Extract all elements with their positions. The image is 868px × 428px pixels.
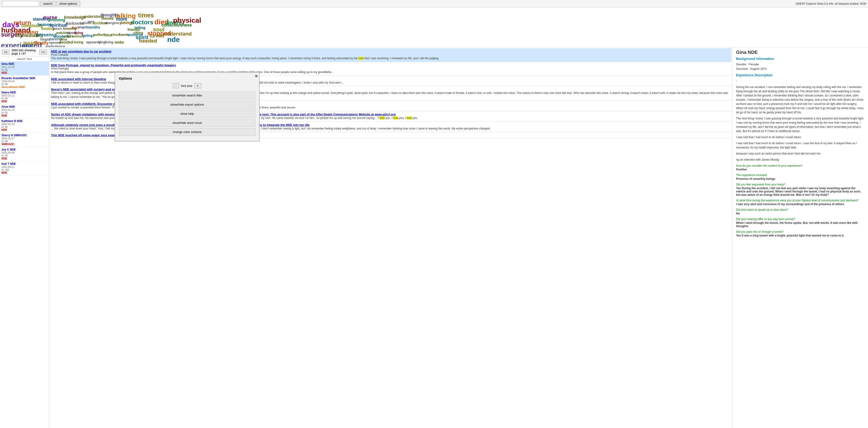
word-cloud-word[interactable]: loving	[74, 40, 83, 44]
font-decrease-button[interactable]: -	[173, 83, 179, 88]
entry-title[interactable]: NDE from Portugal, shared by grandson. P…	[51, 63, 730, 67]
word-cloud-word[interactable]: standing	[33, 17, 50, 22]
qa-answer: When I went through the tunnel, the form…	[736, 221, 864, 228]
word-cloud-word[interactable]: filled	[104, 33, 112, 37]
item-name: Kathleen B NDE	[1, 119, 48, 123]
result-item[interactable]: Gail T NDE 2001-09-11 id: 100 NDE	[0, 161, 49, 176]
word-cloud-word[interactable]: decided	[59, 40, 73, 45]
result-item[interactable]: Ricardo Grandfather NDE 1999-03-25 id: 8…	[0, 76, 49, 90]
exp-paragraph: The next thing I knew, I was passing thr…	[736, 116, 864, 133]
word-cloud-word[interactable]: hurt	[72, 26, 79, 29]
word-cloud-word[interactable]: times	[138, 12, 154, 19]
word-cloud-word[interactable]: knowledge	[64, 15, 86, 20]
word-cloud-word[interactable]: living	[105, 40, 114, 44]
search-filter-button[interactable]: show/hide search filter	[119, 91, 255, 99]
item-name: Gail T NDE	[1, 162, 48, 166]
item-name: Joy C NDE	[1, 148, 48, 151]
occurred-field: Occured: August 1971	[736, 67, 864, 70]
item-type: NDE	[1, 71, 48, 75]
font-increase-button[interactable]: +	[194, 83, 201, 88]
item-date: 2002-01-27	[1, 137, 48, 140]
entry-title[interactable]: NDE at age seventeen due to car accident	[51, 50, 730, 53]
info-text: NDERF Explorer Beta 0.5 Info: all datase…	[796, 2, 866, 5]
word-cloud-word[interactable]: emergency	[104, 21, 121, 25]
qa-question: At what time during the experience were …	[736, 199, 864, 202]
item-date: 2011-12-09	[1, 65, 48, 68]
center-entry[interactable]: NDE at age seventeen due to car accident…	[50, 48, 731, 62]
item-date: 2002-02-10	[1, 123, 48, 125]
nde-title: Gina NDE	[736, 50, 864, 55]
word-cloud-word[interactable]: jesus	[23, 44, 33, 47]
entry-origin: From Canada	[51, 53, 730, 56]
word-cloud-word[interactable]: moving	[50, 18, 65, 23]
gender-label: Gender:	[736, 62, 747, 66]
item-id: id: 96	[1, 125, 48, 128]
word-cloud-word[interactable]: ambulance	[45, 45, 65, 47]
qa-answer: Presence of unearthly beings	[736, 177, 864, 180]
word-cloud-toggle-button[interactable]: show/hide word cloud	[119, 119, 255, 127]
result-item[interactable]: Kathleen B NDE 2002-02-10 id: 96 NDE	[0, 118, 49, 133]
item-id: id: 85	[1, 68, 48, 71]
result-item[interactable]: Sherry H SMR/ADC 2002-01-27 id: 98 SMR/A…	[0, 133, 49, 147]
search-button[interactable]: search	[40, 1, 56, 6]
pagination-info: 1652 hits showing page 1 / 67	[11, 49, 37, 55]
results-list: Gina NDE 2011-12-09 id: 85 NDE Ricardo G…	[0, 61, 49, 428]
item-date: 2001-09-11	[1, 166, 48, 168]
show-options-button[interactable]: show options	[56, 1, 80, 6]
word-cloud-word[interactable]: physical	[173, 17, 201, 24]
item-name: Anne NDE	[1, 105, 48, 108]
item-id: id: 89	[1, 97, 48, 100]
help-button[interactable]: show help	[119, 110, 255, 117]
word-cloud-word[interactable]: understood	[83, 15, 104, 19]
result-item[interactable]: Joy C NDE 2001-09-08 id: 99 NDE	[0, 147, 49, 161]
item-type: NDE	[1, 171, 48, 174]
search-input[interactable]: Love	[2, 1, 39, 6]
word-cloud-word[interactable]: floating	[41, 27, 55, 31]
bg-section-title: Background Information	[736, 57, 864, 61]
item-date: 1999-03-25	[1, 80, 48, 83]
gender-field: Gender: Female	[736, 62, 864, 66]
result-item[interactable]: Anne NDE 2002-01-12 id: 93 NDE	[0, 104, 49, 118]
item-id: id: 98	[1, 140, 48, 143]
word-cloud-word[interactable]: angel	[78, 25, 87, 29]
word-cloud-word[interactable]: chest	[111, 33, 120, 36]
item-id: id: 99	[1, 154, 48, 157]
item-type: NDE	[1, 114, 48, 117]
qa-question: Did you pass into or through a tunnel?	[736, 230, 864, 233]
entry-text: The next thing I knew, I was passing thr…	[51, 56, 730, 60]
word-cloud-word[interactable]: lying	[98, 40, 105, 44]
word-cloud-word[interactable]: walked	[94, 33, 104, 36]
next-page-button[interactable]: >>	[39, 50, 47, 55]
export-options-button[interactable]: show/hide export options	[119, 101, 255, 108]
item-name: Gina NDE	[1, 62, 48, 65]
result-item[interactable]: Gina NDE 2011-12-09 id: 85 NDE	[0, 61, 49, 76]
item-type: Secondhand NDE	[1, 85, 48, 89]
word-cloud-word[interactable]: moved	[101, 17, 114, 21]
options-close-button[interactable]: ✕	[255, 74, 258, 79]
word-cloud: talkingtimesthoughtsnursedaysreturnstand…	[0, 7, 868, 47]
qa-question: Did your hearing differ in any way from …	[736, 218, 864, 221]
word-cloud-word[interactable]: doctors	[131, 19, 153, 26]
item-type: NDE	[1, 100, 48, 103]
item-name: Debra NDE	[1, 91, 48, 94]
word-cloud-word[interactable]: feelings	[82, 34, 94, 37]
word-cloud-word[interactable]: months	[87, 25, 100, 29]
word-cloud-word[interactable]: woke	[115, 40, 124, 45]
word-cloud-word[interactable]: needed	[139, 38, 157, 44]
word-cloud-word[interactable]: nde	[167, 36, 180, 44]
word-cloud-word[interactable]: hours	[53, 27, 62, 30]
qa-question: How do you consider the content of your …	[736, 164, 864, 167]
occurred-label: Occured:	[736, 67, 748, 70]
occurred-value: August 1971	[750, 67, 767, 70]
color-scheme-button[interactable]: change color scheme	[119, 128, 255, 136]
pagination-row: << 1652 hits showing page 1 / 67 >>	[0, 47, 49, 57]
word-cloud-word[interactable]: beings	[120, 20, 134, 25]
prev-page-button[interactable]: <<	[2, 50, 9, 55]
item-type: SMR/ADC	[1, 143, 48, 146]
item-date: 2002-01-12	[1, 108, 48, 111]
result-item[interactable]: Debra NDE 2002-01-12 id: 89 NDE	[0, 90, 49, 104]
search-area: Love search show options	[2, 1, 80, 6]
qa-answer: Yes It was a long tunnel with a bright, …	[736, 234, 864, 237]
top-bar: Love search show options NDERF Explorer …	[0, 0, 868, 7]
right-exp-content: :During the car accident, I can remember…	[736, 79, 864, 237]
